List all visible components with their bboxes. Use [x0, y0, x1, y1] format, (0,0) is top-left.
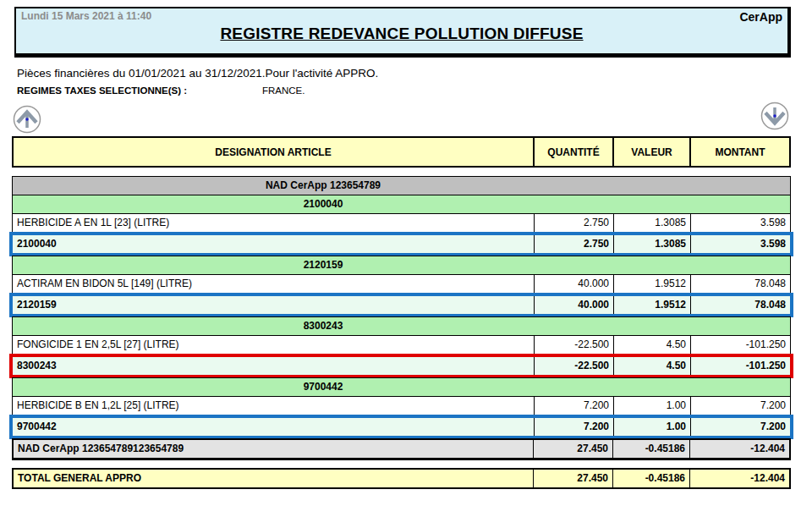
group-header-band: NAD CerApp 123654789	[12, 176, 791, 195]
scroll-down-icon	[760, 120, 789, 133]
row-value: 4.50	[613, 357, 690, 375]
row-value: -0.45186	[612, 470, 689, 487]
row-quantity: -22.500	[534, 357, 613, 375]
row-designation: HERBICIDE B EN 1,2L [25] (LITRE)	[13, 397, 534, 415]
row-amount: -12.404	[689, 440, 789, 458]
row-designation: 2100040	[13, 235, 534, 253]
subtotal-row-red: 8300243-22.5004.50-101.250	[9, 354, 793, 378]
row-value: 1.3085	[613, 214, 690, 232]
report-datetime: Lundi 15 Mars 2021 à 11:40	[21, 10, 151, 22]
row-quantity: 7.200	[534, 418, 613, 436]
subtotal-row-blue: 21000402.7501.30853.598	[9, 232, 793, 256]
row-amount: -101.250	[690, 336, 790, 354]
row-designation: TOTAL GENERAL APPRO	[14, 470, 533, 487]
subtotal-row-blue: 212015940.0001.951278.048	[9, 293, 793, 317]
row-amount: 78.048	[690, 275, 790, 293]
article-row: HERBICIDE B EN 1,2L [25] (LITRE)7.2001.0…	[12, 396, 791, 415]
row-designation: HERBICIDE A EN 1L [23] (LITRE)	[13, 214, 534, 232]
code-band: 2120159	[12, 256, 791, 275]
row-quantity: 2.750	[534, 235, 613, 253]
brand-logo: CerApp	[739, 10, 782, 24]
table-body: NAD CerApp 1236547892100040HERBICIDE A E…	[12, 176, 791, 489]
row-quantity: 27.450	[533, 440, 612, 458]
column-header-value: VALEUR	[612, 138, 689, 166]
period-line: Pièces financières du 01/01/2021 au 31/1…	[17, 67, 378, 80]
article-row: HERBICIDE A EN 1L [23] (LITRE)2.7501.308…	[12, 213, 791, 233]
row-designation: FONGICIDE 1 EN 2,5L [27] (LITRE)	[13, 336, 534, 354]
row-designation: ACTIRAM EN BIDON 5L [149] (LITRE)	[13, 275, 534, 293]
total-row: TOTAL GENERAL APPRO27.450-0.45186-12.404	[12, 468, 791, 489]
row-value: 1.9512	[613, 296, 690, 314]
row-amount: 78.048	[690, 296, 790, 314]
total-row: NAD CerApp 12365478912365478927.450-0.45…	[12, 438, 791, 460]
header-box: Lundi 15 Mars 2021 à 11:40 CerApp REGIST…	[14, 7, 791, 58]
scroll-down-button[interactable]	[760, 102, 789, 130]
row-value: 1.9512	[613, 275, 690, 293]
code-band: 9700442	[12, 377, 791, 397]
regimes-label: REGIMES TAXES SELECTIONNE(S) :	[17, 85, 187, 96]
row-amount: -12.404	[689, 470, 789, 487]
column-header-amount: MONTANT	[689, 138, 789, 166]
article-row: FONGICIDE 1 EN 2,5L [27] (LITRE)-22.5004…	[12, 335, 791, 355]
row-amount: 3.598	[690, 214, 790, 232]
band-label: 2100040	[13, 195, 790, 213]
results-table: DESIGNATION ARTICLE QUANTITÉ VALEUR MONT…	[12, 136, 791, 489]
row-value: 1.00	[613, 397, 690, 415]
row-value: 4.50	[613, 336, 690, 354]
article-row: ACTIRAM EN BIDON 5L [149] (LITRE)40.0001…	[12, 274, 791, 294]
row-designation: 2120159	[13, 296, 534, 314]
band-label: 8300243	[13, 317, 790, 335]
row-quantity: 7.200	[534, 397, 613, 415]
row-quantity: -22.500	[534, 336, 613, 354]
subtotal-row-blue: 97004427.2001.007.200	[9, 415, 793, 439]
row-amount: 3.598	[690, 235, 790, 253]
code-band: 8300243	[12, 316, 791, 336]
report-page: Lundi 15 Mars 2021 à 11:40 CerApp REGIST…	[0, 0, 812, 506]
row-quantity: 40.000	[534, 275, 613, 293]
table-header-row: DESIGNATION ARTICLE QUANTITÉ VALEUR MONT…	[12, 136, 791, 168]
row-value: -0.45186	[612, 440, 689, 458]
row-quantity: 27.450	[533, 470, 612, 487]
code-band: 2100040	[12, 195, 791, 214]
row-amount: -101.250	[690, 357, 790, 375]
regimes-value: FRANCE.	[262, 85, 304, 96]
column-header-quantity: QUANTITÉ	[533, 138, 612, 166]
band-label: NAD CerApp 123654789	[13, 177, 790, 195]
row-quantity: 40.000	[534, 296, 613, 314]
row-designation: 9700442	[13, 418, 534, 436]
row-designation: 8300243	[13, 357, 534, 375]
band-label: 9700442	[13, 378, 790, 396]
row-designation: NAD CerApp 123654789123654789	[14, 440, 533, 458]
page-title: REGISTRE REDEVANCE POLLUTION DIFFUSE	[16, 25, 787, 43]
row-amount: 7.200	[690, 397, 790, 415]
band-label: 2120159	[13, 256, 790, 274]
row-value: 1.3085	[613, 235, 690, 253]
header-top-bar: Lundi 15 Mars 2021 à 11:40 CerApp	[16, 8, 787, 24]
row-amount: 7.200	[690, 418, 790, 436]
row-value: 1.00	[613, 418, 690, 436]
scroll-up-icon	[13, 124, 41, 136]
scroll-up-button[interactable]	[13, 105, 41, 134]
column-header-designation: DESIGNATION ARTICLE	[14, 138, 533, 166]
row-quantity: 2.750	[534, 214, 613, 232]
